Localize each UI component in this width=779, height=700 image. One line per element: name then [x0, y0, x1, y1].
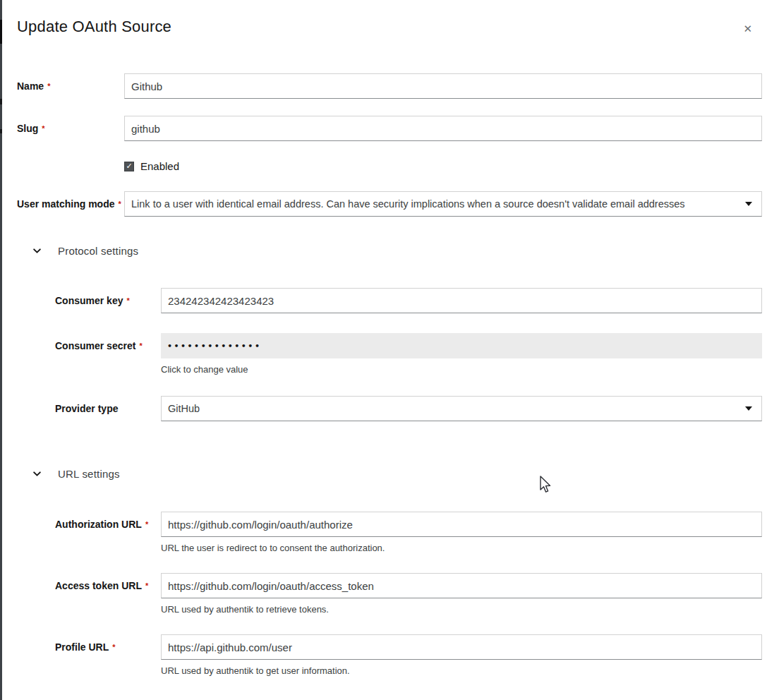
user-matching-mode-label: User matching mode* [17, 191, 124, 210]
user-matching-mode-select[interactable]: Link to a user with identical email addr… [124, 191, 762, 217]
protocol-settings-group: Protocol settings Consumer key* Consumer… [17, 245, 762, 421]
access-token-url-label: Access token URL* [55, 573, 161, 592]
close-icon[interactable]: ✕ [739, 20, 756, 39]
required-asterisk: * [118, 200, 121, 208]
app-edge-strip-dark-segment [0, 20, 2, 44]
url-settings-title: URL settings [58, 468, 120, 480]
app-edge-strip [0, 0, 2, 700]
profile-url-row: Profile URL* URL used by authentik to ge… [17, 634, 762, 677]
required-asterisk: * [139, 342, 142, 350]
enabled-checkbox-label: Enabled [140, 160, 179, 172]
slug-field-row: Slug* [17, 116, 762, 141]
provider-type-selected-value: GitHub [168, 403, 200, 414]
access-token-url-input[interactable] [161, 573, 762, 598]
slug-input[interactable] [124, 116, 762, 141]
consumer-key-label: Consumer key* [55, 288, 161, 307]
enabled-field-row: ✓ Enabled [124, 160, 762, 172]
slug-label: Slug* [17, 116, 124, 135]
url-settings-group: URL settings Authorization URL* URL the … [17, 468, 762, 677]
name-input[interactable] [124, 73, 762, 99]
url-settings-header: URL settings [17, 468, 762, 480]
required-asterisk: * [47, 82, 50, 90]
required-asterisk: * [42, 124, 44, 133]
caret-down-icon [745, 202, 752, 206]
authorization-url-row: Authorization URL* URL the user is redir… [17, 512, 762, 554]
user-matching-mode-row: User matching mode* Link to a user with … [17, 191, 762, 217]
protocol-settings-title: Protocol settings [58, 245, 138, 257]
authorization-url-label: Authorization URL* [55, 512, 161, 531]
user-matching-mode-selected-value: Link to a user with identical email addr… [131, 198, 685, 210]
check-icon: ✓ [126, 162, 132, 170]
modal-header: Update OAuth Source ✕ [17, 0, 762, 39]
authorization-url-helper: URL the user is redirect to to consent t… [161, 543, 762, 554]
protocol-settings-header: Protocol settings [17, 245, 762, 257]
provider-type-select[interactable]: GitHub [161, 396, 762, 421]
profile-url-label: Profile URL* [55, 634, 161, 653]
app-edge-strip-tick [0, 129, 2, 133]
consumer-secret-label: Consumer secret* [55, 333, 161, 352]
consumer-secret-helper: Click to change value [161, 364, 762, 375]
access-token-url-row: Access token URL* URL used by authentik … [17, 573, 762, 615]
chevron-down-icon[interactable] [31, 245, 43, 257]
profile-url-input[interactable] [161, 634, 762, 660]
required-asterisk: * [126, 296, 129, 305]
consumer-key-input[interactable] [161, 288, 762, 313]
app-edge-strip-tick [0, 99, 2, 104]
provider-type-row: Provider type GitHub [17, 396, 762, 421]
consumer-key-row: Consumer key* [17, 288, 762, 313]
consumer-secret-input[interactable]: •••••••••••••• [161, 333, 762, 358]
required-asterisk: * [145, 520, 148, 529]
caret-down-icon [745, 406, 752, 411]
name-label: Name* [17, 73, 124, 92]
modal-title: Update OAuth Source [17, 17, 171, 37]
name-field-row: Name* [17, 73, 762, 99]
access-token-url-helper: URL used by authentik to retrieve tokens… [161, 604, 762, 615]
provider-type-label: Provider type [55, 396, 161, 415]
consumer-secret-row: Consumer secret* •••••••••••••• Click to… [17, 333, 762, 375]
required-asterisk: * [145, 581, 148, 590]
update-oauth-source-modal: Update OAuth Source ✕ Name* Slug* ✓ Enab… [0, 0, 779, 677]
authorization-url-input[interactable] [161, 512, 762, 537]
chevron-down-icon[interactable] [31, 468, 43, 480]
enabled-checkbox[interactable]: ✓ [124, 162, 134, 171]
profile-url-helper: URL used by authentik to get user inform… [161, 665, 762, 677]
consumer-secret-masked-value: •••••••••••••• [167, 342, 261, 350]
required-asterisk: * [112, 643, 115, 651]
